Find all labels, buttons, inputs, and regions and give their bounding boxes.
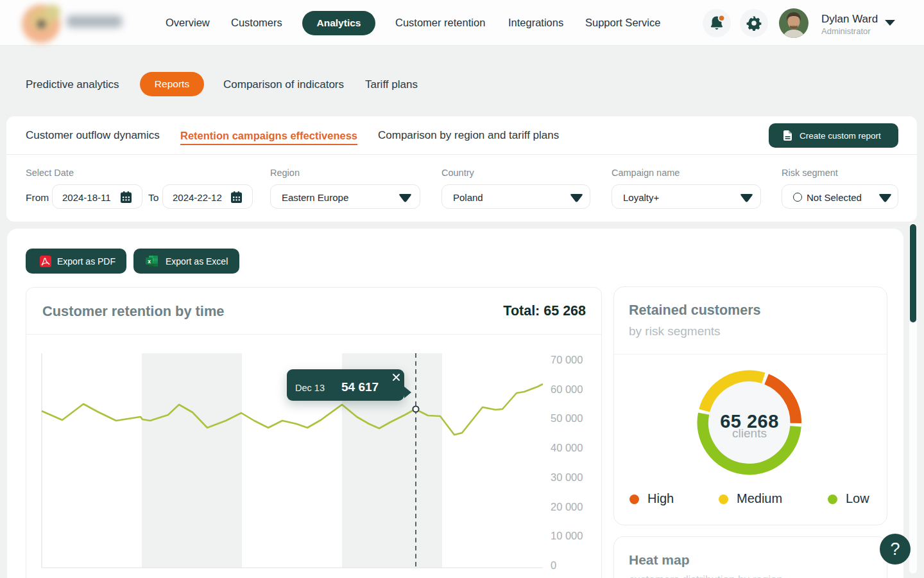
svg-text:x: x (148, 258, 151, 265)
